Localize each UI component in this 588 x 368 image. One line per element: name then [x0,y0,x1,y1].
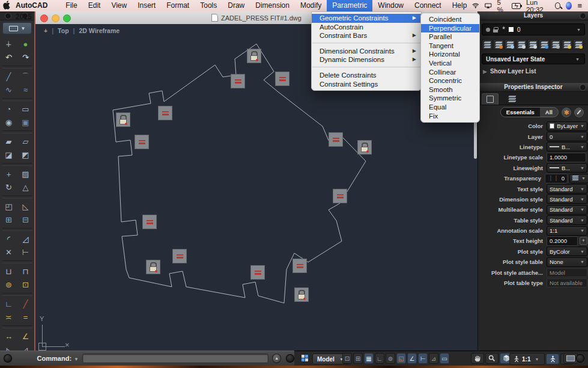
constraint-badge-equal[interactable] [333,189,347,203]
paste-tool[interactable]: ● [18,38,34,51]
apple-menu-icon[interactable] [0,1,13,11]
geo-submenu-item-fix[interactable]: Fix [421,112,479,121]
parametric-menu-item-dimensional-constraints[interactable]: Dimensional Constraints▶ [312,47,421,56]
menubar-clock[interactable]: Lun 20:32 [526,0,550,13]
viewport-view-button[interactable]: Top [58,27,68,34]
current-layer-select[interactable]: * 0 ▼ [482,23,585,35]
palette-knob[interactable] [286,354,294,363]
prop-color-select[interactable]: ByLayer▼ [547,121,587,131]
offset-tool[interactable]: ▱ [18,135,34,148]
menu-insert[interactable]: Insert [132,0,161,11]
mirror-tool[interactable]: △ [18,181,34,194]
panel-knob[interactable] [580,84,586,91]
parametric-menu-item-constraint-settings[interactable]: Constraint Settings [312,80,421,89]
menu-help[interactable]: Help [447,0,473,11]
command-history-button[interactable]: ▲ [272,354,282,363]
constraint-badge-equal[interactable] [158,106,172,120]
revision-cloud-tool[interactable]: ≈ [18,84,34,96]
object-snap-3d-toggle[interactable]: ∠ [407,353,417,364]
prop-text-style-select[interactable]: Standard▼ [547,184,587,194]
prop-linetype-select[interactable]: B...▼ [547,142,587,152]
layer-new-button[interactable] [482,39,493,50]
panel-knob[interactable] [580,13,586,19]
geo-submenu-item-collinear[interactable]: Collinear [421,68,479,77]
ellipse-tool[interactable]: ◉ [1,116,17,129]
prop-table-style-select[interactable]: Standard▼ [547,215,587,225]
undo-button[interactable]: ↶ [1,51,17,64]
zoom-button[interactable] [485,353,499,364]
scale-tool[interactable]: ◰ [1,200,17,213]
geo-submenu-item-horizontal[interactable]: Horizontal [421,50,479,59]
constraint-parallel-tool[interactable]: ╱ [18,298,34,310]
menu-dimension[interactable]: Dimension [250,0,295,11]
constraint-perpendicular-tool[interactable]: ∟ [1,298,17,310]
prop-transparency-mode-select[interactable]: ▼ [569,174,588,183]
siri-icon[interactable] [566,2,572,10]
annotation-visibility-button[interactable] [546,354,559,364]
geo-submenu-item-tangent[interactable]: Tangent [421,41,479,51]
constraint-badge-fix[interactable] [247,49,261,63]
parametric-menu-item-delete-constraints[interactable]: Delete Constraints [312,71,421,80]
prop-text-height-stepper[interactable]: + [580,237,587,245]
chamfer-tool[interactable]: ◿ [18,233,34,245]
palette-knob[interactable] [576,354,584,363]
region-tool[interactable]: ▣ [18,116,34,129]
dynamic-input-toggle[interactable]: ▭ [440,353,449,364]
infer-constraints-toggle[interactable]: ⊡ [342,353,352,364]
constraint-badge-fix[interactable] [146,260,160,274]
app-menu[interactable]: AutoCAD 2015 [13,0,60,11]
parametric-menu-item-geometric-constraints[interactable]: Geometric Constraints▶ [312,14,421,23]
match-properties-button[interactable] [574,108,584,117]
workspace-icon[interactable] [302,355,308,361]
arc-tool[interactable]: ⌒ [18,70,34,83]
battery-percent[interactable]: 5 % [497,0,506,13]
polar-tracking-toggle[interactable]: ⊚ [386,353,395,364]
layer-unisolate-button[interactable] [527,39,538,50]
redo-button[interactable]: ↷ [18,51,34,64]
layer-lock-button[interactable] [562,39,572,50]
tab-object-properties[interactable] [482,93,499,105]
constraint-badge-equal[interactable] [142,215,157,229]
geo-submenu-item-parallel[interactable]: Parallel [421,32,479,41]
erase-tool[interactable]: ▨ [18,168,34,180]
wifi-icon[interactable] [472,2,479,9]
spline-tool[interactable]: ∿ [1,84,17,96]
snap-mode-toggle[interactable]: ⊞ [353,353,363,364]
rotate-tool[interactable]: ↻ [1,181,17,194]
prop-lineweight-select[interactable]: B...▼ [547,163,587,173]
filter-essentials-button[interactable]: Essentials [501,108,540,117]
layer-previous-button[interactable] [505,39,515,50]
menu-parametric[interactable]: Parametric [327,0,372,11]
trim-tool[interactable]: ✕ [1,246,17,259]
menu-modify[interactable]: Modify [295,0,327,11]
grid-display-toggle[interactable]: ▦ [364,353,374,364]
prop-plot-style-table-select[interactable]: None▼ [547,257,587,267]
constraint-badge-equal[interactable] [135,135,149,149]
menu-view[interactable]: View [106,0,132,11]
ortho-mode-toggle[interactable]: ∟ [375,353,384,364]
constraint-badge-equal[interactable] [172,249,187,263]
palette-knob[interactable] [4,354,12,363]
constraint-badge-equal[interactable] [275,72,289,86]
command-input[interactable] [82,354,268,363]
viewport-menu-button[interactable]: + [44,27,47,34]
extend-tool[interactable]: ⊢ [18,246,34,259]
object-snap-toggle[interactable]: ◱ [396,353,406,364]
properties-panel-header[interactable]: Properties Inspector [478,83,588,92]
point-filter-tool[interactable]: ∔ [1,38,17,51]
layer-freeze-button[interactable] [539,39,550,50]
geo-submenu-item-coincident[interactable]: Coincident [421,15,479,24]
constraint-badge-equal[interactable] [231,74,245,88]
constraint-symmetric-tool[interactable]: ≍ [1,311,17,324]
viewport-visual-style-button[interactable]: 2D Wireframe [79,27,120,34]
prop-transparency-input[interactable]: ▏▏0 [545,174,568,183]
pan-button[interactable] [471,353,484,364]
explode-tool[interactable]: ⊟ [18,213,34,226]
filter-all-button[interactable]: All [540,108,558,117]
menu-tools[interactable]: Tools [195,0,222,11]
fillet-tool[interactable]: ◜ [1,233,17,245]
hatch-tool[interactable]: ◪ [1,149,17,161]
geo-submenu-item-equal[interactable]: Equal [421,103,479,112]
tab-layer-properties[interactable] [505,94,520,105]
palette-knob[interactable] [5,13,11,19]
